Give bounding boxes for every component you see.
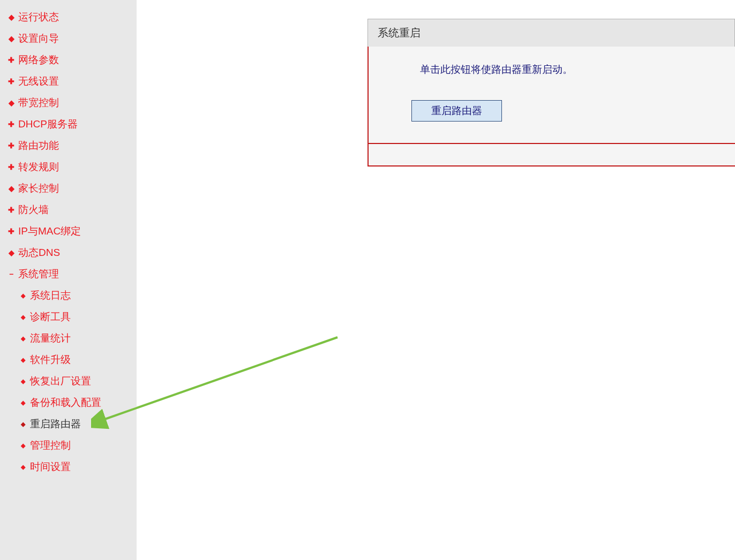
plus-icon: ✚ (8, 225, 15, 238)
nav-label: 路由功能 (18, 139, 59, 152)
nav-sub-label: 恢复出厂设置 (30, 375, 91, 388)
nav-label: 系统管理 (18, 268, 59, 281)
plus-icon: ✚ (8, 203, 15, 216)
sidebar: ◆ 运行状态 ◆ 设置向导 ✚ 网络参数 ✚ 无线设置 ◆ 带宽控制 ✚ DHC… (0, 0, 137, 560)
nav-sub-label: 备份和载入配置 (30, 396, 101, 409)
nav-sub-factory[interactable]: ◆ 恢复出厂设置 (0, 370, 137, 392)
nav-label: 防火墙 (18, 203, 49, 216)
reboot-button[interactable]: 重启路由器 (411, 100, 502, 122)
nav-sub-syslog[interactable]: ◆ 系统日志 (0, 285, 137, 306)
nav-label: IP与MAC绑定 (18, 225, 81, 238)
nav-sub-label: 系统日志 (30, 289, 71, 302)
nav-item-parental[interactable]: ◆ 家长控制 (0, 178, 137, 199)
plus-icon: ✚ (8, 54, 15, 66)
nav-item-system[interactable]: − 系统管理 (0, 263, 137, 285)
bullet-icon: ◆ (19, 418, 27, 430)
panel-title: 系统重启 (368, 19, 735, 47)
nav-label: 转发规则 (18, 161, 59, 173)
svg-line-1 (102, 337, 338, 420)
bullet-icon: ◆ (19, 289, 27, 302)
panel-body: 单击此按钮将使路由器重新启动。 重启路由器 (368, 47, 735, 144)
nav-item-network[interactable]: ✚ 网络参数 (0, 49, 137, 71)
nav-item-status[interactable]: ◆ 运行状态 (0, 6, 137, 28)
nav-label: 设置向导 (18, 32, 59, 45)
nav-sub-firmware[interactable]: ◆ 软件升级 (0, 349, 137, 370)
nav-sub-label: 软件升级 (30, 353, 71, 366)
nav-item-ipmac[interactable]: ✚ IP与MAC绑定 (0, 221, 137, 242)
bullet-icon: ◆ (19, 353, 27, 366)
nav-sub-time[interactable]: ◆ 时间设置 (0, 456, 137, 478)
main-panel: 系统重启 单击此按钮将使路由器重新启动。 重启路由器 (368, 19, 735, 167)
panel-description: 单击此按钮将使路由器重新启动。 (420, 63, 735, 77)
nav-sub-reboot[interactable]: ◆ 重启路由器 (0, 413, 137, 435)
bullet-icon: ◆ (19, 439, 27, 452)
nav-item-routing[interactable]: ✚ 路由功能 (0, 135, 137, 156)
plus-icon: ✚ (8, 139, 15, 152)
nav-label: 无线设置 (18, 75, 59, 88)
nav-item-ddns[interactable]: ◆ 动态DNS (0, 242, 137, 263)
panel-footer (368, 144, 735, 167)
bullet-icon: ◆ (8, 11, 15, 24)
nav-sub-traffic[interactable]: ◆ 流量统计 (0, 328, 137, 349)
nav-label: 运行状态 (18, 11, 59, 24)
nav-sub-label: 管理控制 (30, 439, 71, 452)
nav-sub-label: 诊断工具 (30, 311, 71, 323)
nav-sub-label: 流量统计 (30, 332, 71, 345)
bullet-icon: ◆ (19, 375, 27, 388)
plus-icon: ✚ (8, 75, 15, 88)
nav-sub-label: 时间设置 (30, 460, 71, 473)
nav-item-forwarding[interactable]: ✚ 转发规则 (0, 156, 137, 178)
bullet-icon: ◆ (8, 182, 15, 195)
nav-sub-diagnostic[interactable]: ◆ 诊断工具 (0, 306, 137, 328)
bullet-icon: ◆ (19, 396, 27, 409)
bullet-icon: ◆ (19, 460, 27, 473)
bullet-icon: ◆ (8, 32, 15, 45)
nav-item-bandwidth[interactable]: ◆ 带宽控制 (0, 92, 137, 113)
plus-icon: ✚ (8, 161, 15, 173)
nav-label: 网络参数 (18, 54, 59, 66)
nav-item-firewall[interactable]: ✚ 防火墙 (0, 199, 137, 221)
nav-sub-backup[interactable]: ◆ 备份和载入配置 (0, 392, 137, 413)
nav-label: 动态DNS (18, 246, 60, 259)
bullet-icon: ◆ (19, 332, 27, 345)
nav-item-wireless[interactable]: ✚ 无线设置 (0, 71, 137, 92)
nav-label: DHCP服务器 (18, 118, 78, 131)
minus-icon: − (8, 268, 15, 281)
nav-item-dhcp[interactable]: ✚ DHCP服务器 (0, 113, 137, 135)
bullet-icon: ◆ (19, 311, 27, 323)
bullet-icon: ◆ (8, 246, 15, 259)
nav-label: 家长控制 (18, 182, 59, 195)
nav-label: 带宽控制 (18, 96, 59, 109)
nav-sub-label: 重启路由器 (30, 418, 81, 430)
nav-item-wizard[interactable]: ◆ 设置向导 (0, 28, 137, 49)
bullet-icon: ◆ (8, 96, 15, 109)
nav-sub-admin[interactable]: ◆ 管理控制 (0, 435, 137, 456)
plus-icon: ✚ (8, 118, 15, 131)
